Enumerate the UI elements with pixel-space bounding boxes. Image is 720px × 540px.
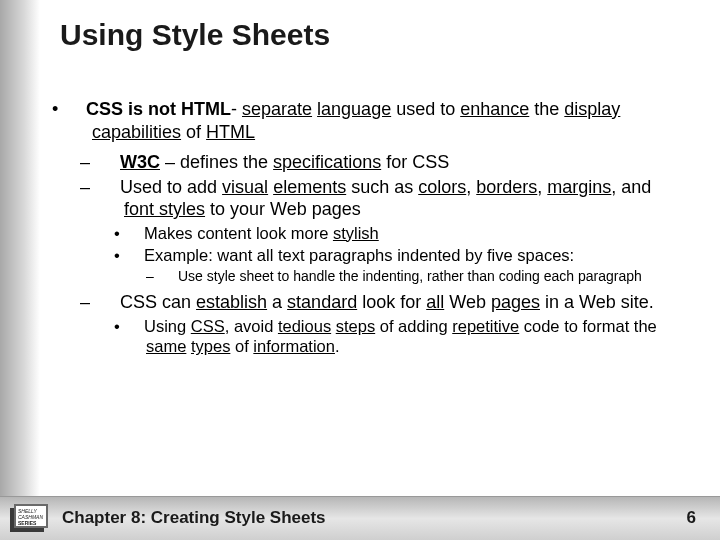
bullet-dot-icon: • (72, 98, 86, 121)
dash-icon: – (102, 291, 120, 314)
bullet-dot-icon: • (130, 316, 144, 337)
bullet-dot-icon: • (130, 223, 144, 244)
bullet-level3: •Example: want all text paragraphs inden… (130, 245, 684, 266)
slide-title: Using Style Sheets (60, 18, 330, 52)
bullet-text: W3C – defines the specifications for CSS (120, 152, 449, 172)
bullet-text: Example: want all text paragraphs indent… (144, 246, 574, 264)
bullet-level2: –Used to add visual elements such as col… (102, 176, 684, 221)
bullet-level2: –W3C – defines the specifications for CS… (102, 151, 684, 174)
bullet-dot-icon: • (130, 245, 144, 266)
bullet-text: Using CSS, avoid tedious steps of adding… (144, 317, 657, 356)
dash-icon: – (162, 268, 178, 286)
bullet-text: CSS can establish a standard look for al… (120, 292, 654, 312)
dash-icon: – (102, 176, 120, 199)
left-gradient-band (0, 0, 40, 540)
bullet-text: Use style sheet to handle the indenting,… (178, 268, 642, 284)
bullet-level3: •Using CSS, avoid tedious steps of addin… (130, 316, 684, 357)
dash-icon: – (102, 151, 120, 174)
bullet-level3: •Makes content look more stylish (130, 223, 684, 244)
bullet-text: Makes content look more stylish (144, 224, 379, 242)
slide-footer: SHELLY CASHMAN SERIES Chapter 8: Creatin… (0, 496, 720, 540)
footer-chapter-title: Chapter 8: Creating Style Sheets (62, 508, 326, 528)
bullet-level1: •CSS is not HTML- separate language used… (72, 98, 684, 143)
footer-page-number: 6 (687, 508, 696, 528)
bullet-text-bold: CSS is not HTML (86, 99, 231, 119)
publisher-logo-icon: SHELLY CASHMAN SERIES (8, 502, 50, 536)
slide-body: •CSS is not HTML- separate language used… (72, 98, 684, 357)
bullet-text: Used to add visual elements such as colo… (120, 177, 651, 220)
bullet-level2: –CSS can establish a standard look for a… (102, 291, 684, 314)
svg-text:SERIES: SERIES (18, 520, 37, 526)
bullet-level4: –Use style sheet to handle the indenting… (162, 268, 684, 286)
